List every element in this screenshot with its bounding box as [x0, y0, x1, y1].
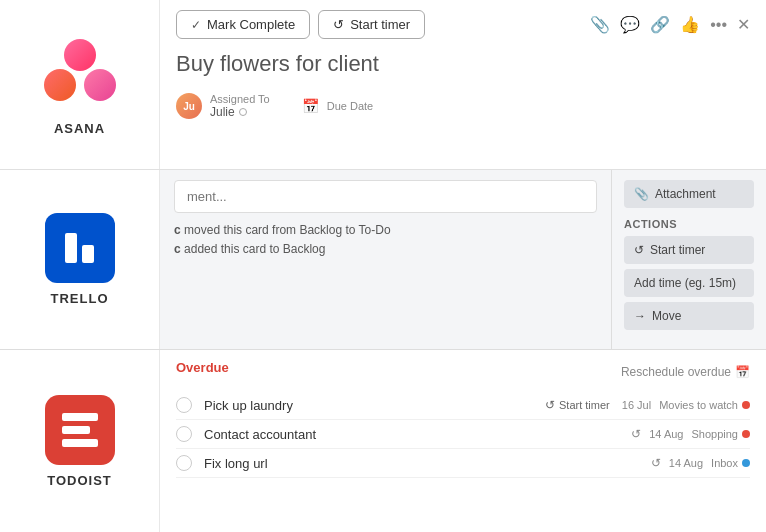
- activity-item-1: c moved this card from Backlog to To-Do: [174, 221, 597, 240]
- task-checkbox-1[interactable]: [176, 397, 192, 413]
- task-meta: Ju Assigned To Julie 📅 Due Date: [176, 93, 750, 119]
- todoist-sidebar: TODOIST: [0, 350, 160, 532]
- trello-right-sidebar: 📎 Attachment Actions ↺ Start timer Add t…: [611, 170, 766, 349]
- todoist-logo-icon: [45, 395, 115, 465]
- task-name-2: Contact accountant: [204, 427, 631, 442]
- todoist-content: Overdue Reschedule overdue 📅 Pick up lau…: [160, 350, 766, 532]
- calendar-icon: 📅: [735, 365, 750, 379]
- asana-sidebar: ASANA: [0, 0, 160, 169]
- task-tag-1: Movies to watch: [659, 399, 738, 411]
- chat-icon[interactable]: 💬: [620, 15, 640, 34]
- clockwise-icon-3: ↺: [651, 456, 661, 470]
- todoist-line-1: [62, 413, 98, 421]
- task-checkbox-3[interactable]: [176, 455, 192, 471]
- tag-dot-2: [742, 430, 750, 438]
- trello-add-time-button[interactable]: Add time (eg. 15m): [624, 269, 754, 297]
- timer-icon: ↺: [545, 398, 555, 412]
- task-tag-3: Inbox: [711, 457, 738, 469]
- task-row: Fix long url ↺ 14 Aug Inbox: [176, 449, 750, 478]
- status-dot: [239, 108, 247, 116]
- task-timer-button-1[interactable]: ↺ Start timer: [545, 398, 610, 412]
- todoist-line-2: [62, 426, 90, 434]
- trello-comment-input[interactable]: [174, 180, 597, 213]
- like-icon[interactable]: 👍: [680, 15, 700, 34]
- trello-bar-right: [82, 245, 94, 263]
- timer-icon: ↺: [634, 243, 644, 257]
- toolbar-icons: 📎 💬 🔗 👍 ••• ✕: [590, 15, 750, 34]
- trello-content: c moved this card from Backlog to To-Do …: [160, 170, 766, 349]
- task-date-3: 14 Aug: [669, 457, 703, 469]
- assigned-to-value: Julie: [210, 105, 270, 119]
- asana-logo-icon: [40, 33, 120, 113]
- trello-logo-inner: [65, 233, 94, 263]
- svg-point-2: [84, 69, 116, 101]
- todoist-lines: [62, 413, 98, 447]
- paperclip-icon: 📎: [634, 187, 649, 201]
- paperclip-icon[interactable]: 📎: [590, 15, 610, 34]
- asana-section: ASANA ✓ Mark Complete ↺ Start timer 📎 💬 …: [0, 0, 766, 170]
- task-row: Pick up laundry ↺ Start timer 16 Jul Mov…: [176, 391, 750, 420]
- close-icon[interactable]: ✕: [737, 15, 750, 34]
- tag-dot-3: [742, 459, 750, 467]
- trello-section: TRELLO c moved this card from Backlog to…: [0, 170, 766, 350]
- trello-activity: c moved this card from Backlog to To-Do …: [174, 221, 597, 259]
- task-name-1: Pick up laundry: [204, 398, 545, 413]
- assignee-meta: Ju Assigned To Julie: [176, 93, 270, 119]
- trello-sidebar: TRELLO: [0, 170, 160, 349]
- task-name-3: Fix long url: [204, 456, 651, 471]
- calendar-icon: 📅: [302, 98, 319, 114]
- link-icon[interactable]: 🔗: [650, 15, 670, 34]
- trello-start-timer-button[interactable]: ↺ Start timer: [624, 236, 754, 264]
- trello-app-name: TRELLO: [51, 291, 109, 306]
- svg-point-0: [64, 39, 96, 71]
- todoist-section: TODOIST Overdue Reschedule overdue 📅 Pic…: [0, 350, 766, 532]
- arrow-icon: →: [634, 309, 646, 323]
- attachment-button[interactable]: 📎 Attachment: [624, 180, 754, 208]
- trello-bar-left: [65, 233, 77, 263]
- due-date-meta: 📅 Due Date: [302, 98, 373, 114]
- reschedule-button[interactable]: Reschedule overdue 📅: [621, 365, 750, 379]
- task-title: Buy flowers for client: [176, 51, 750, 77]
- actions-label: Actions: [624, 218, 754, 230]
- mark-complete-button[interactable]: ✓ Mark Complete: [176, 10, 310, 39]
- more-icon[interactable]: •••: [710, 16, 727, 34]
- due-date-label: Due Date: [327, 100, 373, 112]
- trello-logo-icon: [45, 213, 115, 283]
- task-row: Contact accountant ↺ 14 Aug Shopping: [176, 420, 750, 449]
- activity-item-2: c added this card to Backlog: [174, 240, 597, 259]
- svg-point-1: [44, 69, 76, 101]
- todoist-app-name: TODOIST: [47, 473, 112, 488]
- avatar: Ju: [176, 93, 202, 119]
- trello-main: c moved this card from Backlog to To-Do …: [160, 170, 611, 349]
- timer-icon: ↺: [333, 17, 344, 32]
- asana-toolbar: ✓ Mark Complete ↺ Start timer 📎 💬 🔗 👍 ••…: [176, 10, 750, 39]
- check-icon: ✓: [191, 18, 201, 32]
- tag-dot-1: [742, 401, 750, 409]
- start-timer-button[interactable]: ↺ Start timer: [318, 10, 425, 39]
- overdue-label: Overdue: [176, 360, 229, 375]
- overdue-header: Overdue Reschedule overdue 📅: [176, 360, 750, 383]
- todoist-line-3: [62, 439, 98, 447]
- start-timer-label: Start timer: [350, 17, 410, 32]
- due-date-info: Due Date: [327, 100, 373, 112]
- assigned-info: Assigned To Julie: [210, 93, 270, 119]
- asana-app-name: ASANA: [54, 121, 105, 136]
- task-date-2: 14 Aug: [649, 428, 683, 440]
- mark-complete-label: Mark Complete: [207, 17, 295, 32]
- asana-content: ✓ Mark Complete ↺ Start timer 📎 💬 🔗 👍 ••…: [160, 0, 766, 169]
- assigned-to-label: Assigned To: [210, 93, 270, 105]
- task-date-1: 16 Jul: [622, 399, 651, 411]
- clockwise-icon-2: ↺: [631, 427, 641, 441]
- task-tag-2: Shopping: [692, 428, 739, 440]
- trello-move-button[interactable]: → Move: [624, 302, 754, 330]
- task-checkbox-2[interactable]: [176, 426, 192, 442]
